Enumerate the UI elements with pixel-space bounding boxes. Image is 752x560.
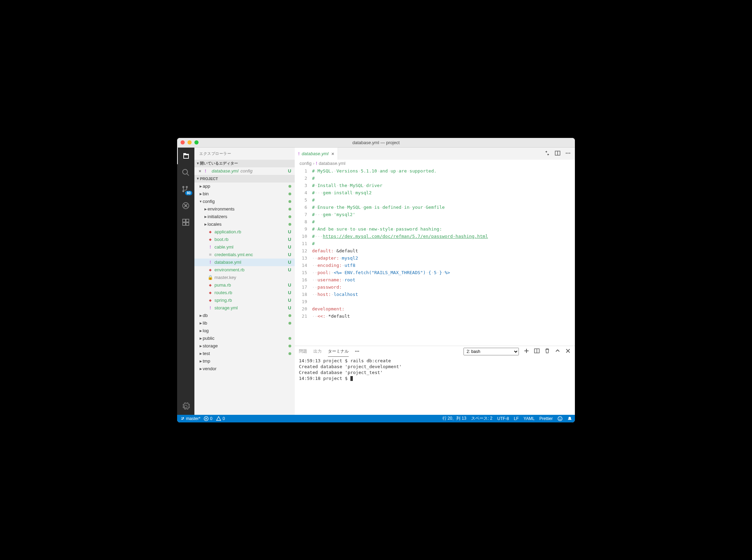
debug-icon[interactable] [177, 197, 194, 214]
file-master-key[interactable]: 🔒master.key [194, 274, 295, 281]
gutter: 123456789101112131415161718192021 [295, 167, 312, 346]
git-status: U [288, 260, 291, 265]
eol[interactable]: LF [514, 416, 519, 421]
file-puma-rb[interactable]: ◆puma.rbU [194, 281, 295, 289]
lock-icon: 🔒 [208, 275, 213, 280]
git-branch[interactable]: master* [180, 416, 200, 421]
tab-problems[interactable]: 問題 [299, 346, 307, 356]
folder-test[interactable]: ▶test [194, 350, 295, 357]
close-window[interactable] [181, 140, 185, 144]
file-environment-rb[interactable]: ◆environment.rbU [194, 266, 295, 274]
traffic-lights [181, 140, 199, 144]
git-dot [288, 200, 291, 203]
file-tree: ▶app ▶bin ▼config ▶environments ▶initial… [194, 183, 295, 415]
file-cable-yml[interactable]: !cable.ymlU [194, 243, 295, 251]
folder-bin[interactable]: ▶bin [194, 190, 295, 198]
file-spring-rb[interactable]: ◆spring.rbU [194, 297, 295, 304]
svg-point-5 [568, 152, 569, 153]
problems-status[interactable]: 0 0 [204, 416, 225, 421]
close-icon[interactable]: × [199, 168, 205, 174]
tab-bar: ! database.yml × [295, 148, 575, 160]
file-storage-yml[interactable]: !storage.ymlU [194, 304, 295, 312]
folder-log[interactable]: ▶log [194, 327, 295, 335]
folder-initializers[interactable]: ▶initializers [194, 213, 295, 221]
folder-tmp[interactable]: ▶tmp [194, 357, 295, 365]
git-status: U [288, 290, 291, 295]
more-icon[interactable] [565, 150, 571, 157]
search-icon[interactable] [177, 164, 194, 181]
yaml-file-icon: ! [208, 260, 213, 265]
folder-lib[interactable]: ▶lib [194, 319, 295, 327]
close-tab-icon[interactable]: × [331, 151, 334, 157]
file-application-rb[interactable]: ◆application.rbU [194, 228, 295, 236]
terminal-content[interactable]: 14:59:13 project $ rails db:create Creat… [295, 357, 575, 415]
split-terminal-icon[interactable] [534, 348, 540, 355]
git-dot [288, 337, 291, 340]
git-status: U [288, 298, 291, 303]
maximize-panel-icon[interactable] [555, 348, 560, 355]
project-header[interactable]: ▼PROJECT [194, 175, 295, 183]
editor[interactable]: 123456789101112131415161718192021 #·MySQ… [295, 167, 575, 346]
titlebar: database.yml — project [177, 138, 575, 148]
explorer-icon[interactable] [177, 148, 194, 164]
extensions-icon[interactable] [177, 214, 194, 231]
tab-label: database.yml [302, 151, 328, 156]
language-mode[interactable]: YAML [524, 416, 535, 421]
file-routes-rb[interactable]: ◆routes.rbU [194, 289, 295, 297]
split-editor-icon[interactable] [555, 150, 560, 157]
window: database.yml — project 80 [177, 138, 575, 422]
folder-db[interactable]: ▶db [194, 312, 295, 319]
compare-icon[interactable] [544, 150, 550, 157]
ruby-file-icon: ◆ [208, 230, 213, 234]
terminal-select[interactable]: 2: bash [464, 348, 519, 355]
open-editor-item[interactable]: × ! database.yml config U [194, 167, 295, 175]
panel: 問題 出力 ターミナル ••• 2: bash 14:59:13 project… [295, 346, 575, 415]
folder-locales[interactable]: ▶locales [194, 221, 295, 228]
breadcrumb[interactable]: config › ! database.yml [295, 160, 575, 167]
git-dot [288, 193, 291, 195]
more-icon[interactable]: ••• [355, 347, 359, 356]
tab-terminal[interactable]: ターミナル [328, 346, 349, 357]
git-dot [288, 314, 291, 317]
file-boot-rb[interactable]: ◆boot.rbU [194, 236, 295, 243]
tab-database-yml[interactable]: ! database.yml × [295, 148, 338, 160]
git-status: U [288, 252, 291, 257]
git-status: U [288, 267, 291, 272]
file-database-yml[interactable]: !database.ymlU [194, 259, 295, 266]
maximize-window[interactable] [194, 140, 199, 144]
encoding[interactable]: UTF-8 [497, 416, 509, 421]
close-panel-icon[interactable] [565, 348, 571, 355]
yaml-file-icon: ! [208, 305, 213, 310]
minimize-window[interactable] [187, 140, 192, 144]
svg-point-6 [569, 152, 570, 153]
formatter[interactable]: Prettier [539, 416, 553, 421]
folder-public[interactable]: ▶public [194, 335, 295, 342]
new-terminal-icon[interactable] [524, 348, 529, 355]
open-editor-name: database.yml [212, 168, 238, 174]
folder-environments[interactable]: ▶environments [194, 205, 295, 213]
git-status: U [288, 282, 291, 288]
kill-terminal-icon[interactable] [544, 348, 550, 355]
yaml-file-icon: ! [205, 168, 210, 174]
breadcrumb-file: database.yml [319, 161, 345, 166]
svg-point-1 [185, 205, 187, 207]
file-credentials[interactable]: ≡credentials.yml.encU [194, 251, 295, 259]
yaml-file-icon: ! [298, 151, 300, 156]
indentation[interactable]: スペース: 2 [471, 416, 492, 421]
folder-vendor[interactable]: ▶vendor [194, 365, 295, 373]
svg-point-18 [560, 418, 561, 418]
cursor-position[interactable]: 行 20、列 13 [442, 416, 466, 421]
folder-app[interactable]: ▶app [194, 183, 295, 190]
notifications-icon[interactable] [567, 416, 572, 421]
content: 80 エクスプローラー ▼開いているエディター × ! database.yml [177, 148, 575, 415]
folder-config[interactable]: ▼config [194, 198, 295, 205]
window-title: database.yml — project [177, 140, 575, 145]
code-area[interactable]: #·MySQL.·Versions·5.1.10·and·up·are·supp… [312, 167, 575, 346]
open-editors-header[interactable]: ▼開いているエディター [194, 160, 295, 167]
ruby-file-icon: ◆ [208, 291, 213, 295]
source-control-icon[interactable]: 80 [177, 181, 194, 197]
folder-storage[interactable]: ▶storage [194, 342, 295, 350]
tab-output[interactable]: 出力 [313, 346, 322, 356]
feedback-icon[interactable] [558, 416, 562, 421]
settings-icon[interactable] [177, 398, 194, 415]
